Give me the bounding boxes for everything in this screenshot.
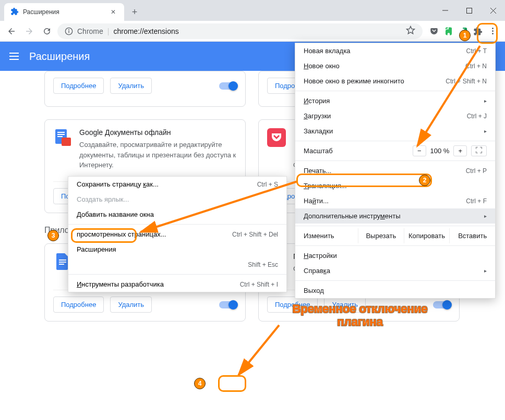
svg-rect-12 (267, 128, 286, 147)
tab-title: Расширения (23, 8, 59, 16)
submenu-recent-tabs[interactable]: просмотренных страницах...Ctrl + Shift +… (68, 227, 286, 242)
svg-rect-13 (59, 260, 66, 261)
menu-new-window[interactable]: Новое окноCtrl + N (295, 58, 495, 73)
anno-highlight-toggle (218, 375, 246, 392)
anno-marker-3: 3 (47, 230, 59, 241)
menu-zoom: Масштаб − 100 % + (295, 143, 495, 158)
svg-rect-15 (59, 264, 64, 265)
pocket-ext-icon[interactable] (429, 26, 439, 36)
close-tab-icon[interactable]: ✕ (109, 8, 118, 16)
menu-kebab-icon[interactable] (487, 26, 498, 36)
maximize-button[interactable] (457, 0, 481, 21)
ext-desc: Создавайте, просматривайте и редактируйт… (79, 140, 237, 170)
details-button[interactable]: Подробнее (53, 78, 104, 94)
submenu-task-manager[interactable]: Shift + Esc (68, 257, 286, 272)
menu-more-tools[interactable]: Дополнительные инструменты▸ (295, 208, 495, 224)
menu-edit-label: Изменить (295, 228, 358, 243)
site-info-icon (65, 27, 73, 35)
svg-line-19 (238, 325, 279, 375)
fullscreen-button[interactable] (471, 145, 487, 156)
submenu-create-shortcut: Создать ярлык... (68, 192, 286, 207)
toggle-switch[interactable] (219, 82, 237, 90)
anno-arrow-3 (232, 323, 295, 380)
forward-button[interactable] (22, 24, 37, 39)
submenu-dev-tools[interactable]: Инструменты разработчикаCtrl + Shift + I (68, 277, 286, 292)
puzzle-icon (10, 7, 19, 17)
titlebar: Расширения ✕ + (0, 0, 505, 21)
details-button[interactable]: Подробнее (53, 297, 104, 313)
anno-marker-4: 4 (194, 378, 206, 389)
navbar: Chrome | chrome://extensions (0, 21, 505, 42)
tab-extensions[interactable]: Расширения ✕ (4, 3, 124, 21)
zoom-in-button[interactable]: + (453, 145, 467, 156)
svg-rect-10 (57, 136, 63, 137)
anno-marker-1: 1 (459, 30, 471, 41)
zoom-out-button[interactable]: − (413, 145, 426, 156)
chrome-main-menu: Новая вкладкаCtrl + T Новое окноCtrl + N… (295, 43, 496, 299)
more-tools-submenu: Сохранить страницу как...Ctrl + S Создат… (68, 176, 287, 292)
url-text: chrome://extensions (113, 27, 178, 35)
svg-rect-11 (62, 138, 71, 146)
zoom-value: 100 % (430, 147, 450, 155)
minimize-button[interactable] (433, 0, 457, 21)
remove-button[interactable]: Удалить (110, 297, 152, 313)
pocket-icon (267, 128, 286, 147)
new-tab-button[interactable]: + (127, 5, 142, 19)
submenu-name-window[interactable]: Добавить название окна (68, 207, 286, 222)
evernote-ext-icon[interactable] (443, 26, 454, 36)
reload-button[interactable] (40, 24, 54, 39)
svg-rect-14 (59, 262, 66, 263)
menu-paste[interactable]: Вставить (449, 228, 495, 243)
toggle-switch[interactable] (219, 301, 237, 308)
submenu-extensions[interactable]: Расширения (68, 242, 286, 257)
anno-marker-2: 2 (419, 175, 430, 186)
back-button[interactable] (4, 24, 19, 39)
ext-card-partial-left: Подробнее Удалить (44, 71, 246, 107)
window-controls (433, 0, 505, 21)
menu-find[interactable]: Найти...Ctrl + F (295, 193, 495, 208)
menu-exit[interactable]: Выход (295, 283, 495, 298)
close-window-button[interactable] (481, 0, 505, 21)
svg-rect-6 (68, 30, 69, 33)
menu-cast[interactable]: Трансляция... (295, 178, 495, 193)
svg-rect-9 (57, 134, 65, 135)
chrome-label: Chrome (77, 27, 103, 35)
remove-button[interactable]: Удалить (110, 78, 152, 94)
anno-text-temp-disable: Временное отключение плагина (271, 302, 449, 329)
svg-point-5 (68, 29, 69, 30)
menu-downloads[interactable]: ЗагрузкиCtrl + J (295, 108, 495, 123)
menu-print[interactable]: Печать...Ctrl + P (295, 163, 495, 178)
menu-bookmarks[interactable]: Закладки▸ (295, 123, 495, 139)
ext-title: Google Документы офлайн (79, 128, 237, 137)
star-icon[interactable] (406, 26, 415, 36)
hamburger-icon[interactable] (9, 53, 19, 60)
svg-rect-8 (57, 132, 65, 133)
svg-rect-1 (466, 8, 472, 13)
menu-copy[interactable]: Копировать (404, 228, 450, 243)
page-title: Расширения (29, 51, 90, 63)
address-bar[interactable]: Chrome | chrome://extensions (57, 23, 423, 39)
extensions-puzzle-icon[interactable] (473, 26, 483, 36)
menu-edit-row: Изменить Вырезать Копировать Вставить (295, 228, 495, 243)
menu-new-tab[interactable]: Новая вкладкаCtrl + T (295, 43, 495, 58)
menu-settings[interactable]: Настройки (295, 248, 495, 263)
menu-incognito[interactable]: Новое окно в режиме инкогнитоCtrl + Shif… (295, 73, 495, 89)
menu-help[interactable]: Справка▸ (295, 263, 495, 278)
submenu-save-as[interactable]: Сохранить страницу как...Ctrl + S (68, 177, 286, 192)
gdocs-icon (53, 128, 72, 147)
menu-cut[interactable]: Вырезать (358, 228, 404, 243)
menu-history[interactable]: История▸ (295, 93, 495, 108)
